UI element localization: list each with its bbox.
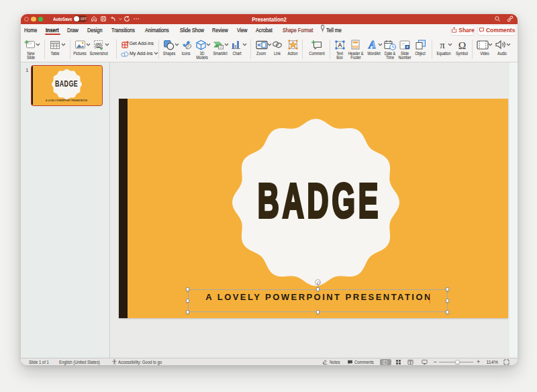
svg-text:π: π bbox=[440, 40, 445, 50]
svg-text:A: A bbox=[338, 42, 342, 48]
svg-text:Ω: Ω bbox=[458, 40, 466, 50]
svg-text:A: A bbox=[368, 40, 376, 50]
